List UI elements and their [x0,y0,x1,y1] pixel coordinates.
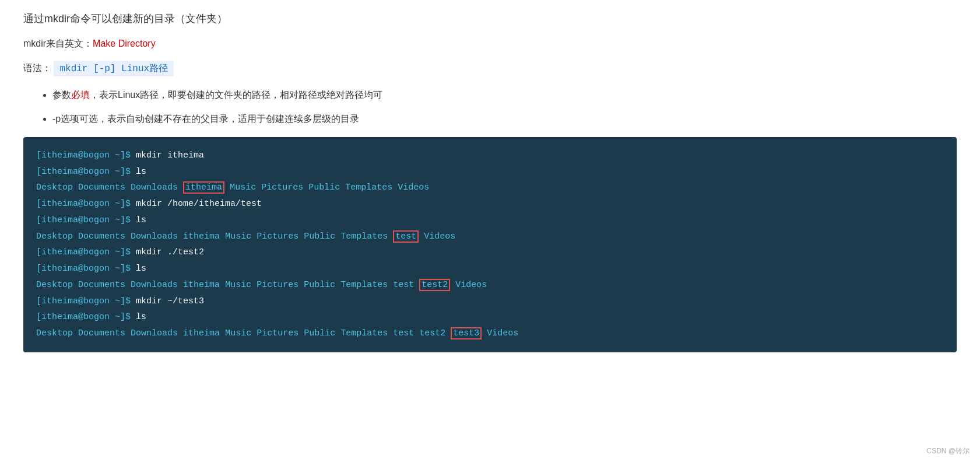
terminal-prompt-line: [itheima@bogon ~]$ mkdir ./test2 [36,244,944,261]
highlighted-dir: itheima [183,181,224,194]
terminal-prompt-line: [itheima@bogon ~]$ mkdir ~/test3 [36,293,944,310]
terminal-dir-row: Desktop Documents Downloads itheima Musi… [36,180,944,196]
terminal-dir-row: Desktop Documents Downloads itheima Musi… [36,326,944,342]
terminal-dir-row: Desktop Documents Downloads itheima Musi… [36,277,944,293]
highlighted-dir: test2 [419,279,450,291]
terminal-dir-row: Desktop Documents Downloads itheima Musi… [36,229,944,245]
watermark: CSDN @铃尔 [926,446,970,456]
bullet-item-1: 参数必填，表示Linux路径，即要创建的文件夹的路径，相对路径或绝对路径均可 [52,87,957,103]
bullet-list: 参数必填，表示Linux路径，即要创建的文件夹的路径，相对路径或绝对路径均可 -… [23,87,957,127]
desc1-line: mkdir来自英文：Make Directory [23,36,957,51]
title-line: 通过mkdir命令可以创建新的目录（文件夹） [23,12,957,26]
bullet1-post: ，表示Linux路径，即要创建的文件夹的路径，相对路径或绝对路径均可 [90,90,382,100]
syntax-line: 语法： mkdir [-p] Linux路径 [23,61,957,76]
syntax-label: 语法： [23,63,51,73]
terminal-prompt-line: [itheima@bogon ~]$ mkdir /home/itheima/t… [36,196,944,212]
terminal-prompt-line: [itheima@bogon ~]$ ls [36,212,944,229]
highlighted-dir: test3 [451,327,482,340]
terminal-prompt-line: [itheima@bogon ~]$ ls [36,309,944,326]
bullet1-red: 必填 [71,90,90,100]
terminal-prompt-line: [itheima@bogon ~]$ mkdir itheima [36,148,944,164]
terminal-block: [itheima@bogon ~]$ mkdir itheima[itheima… [23,137,957,352]
bullet-item-2: -p选项可选，表示自动创建不存在的父目录，适用于创建连续多层级的目录 [52,111,957,127]
desc1-red: Make Directory [93,38,156,48]
syntax-box: mkdir [-p] Linux路径 [54,61,174,76]
desc1-text: mkdir来自英文： [23,38,93,48]
highlighted-dir: test [393,230,419,243]
terminal-prompt-line: [itheima@bogon ~]$ ls [36,261,944,277]
terminal-prompt-line: [itheima@bogon ~]$ ls [36,164,944,180]
